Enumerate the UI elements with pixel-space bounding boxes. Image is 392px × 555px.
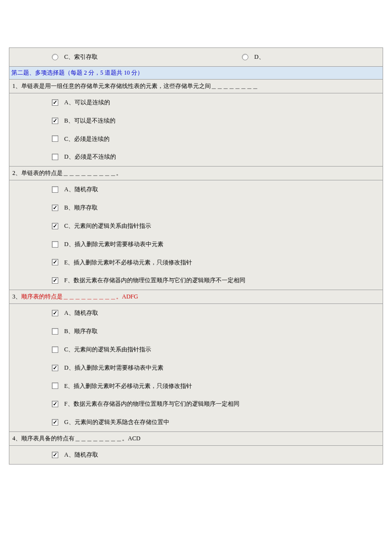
options-block: A、随机存取B、顺序存取C、元素间的逻辑关系由指针指示D、插入删除元素时需要移动… xyxy=(9,304,383,432)
checkbox[interactable] xyxy=(52,365,58,371)
option-row: F、数据元素在存储器内的物理位置顺序与它们的逻辑顺序不一定相同 xyxy=(9,271,383,290)
checkbox[interactable] xyxy=(52,205,58,211)
option-label: D、必须是不连续的 xyxy=(64,153,116,161)
checkbox[interactable] xyxy=(52,401,58,407)
checkbox[interactable] xyxy=(52,310,58,316)
option-label: B、顺序存取 xyxy=(64,327,98,336)
option-row: C、元素间的逻辑关系由指针指示 xyxy=(9,217,383,235)
option-row: A、随机存取 xyxy=(9,446,383,464)
option-label: G、元素间的逻辑关系隐含在存储位置中 xyxy=(64,418,169,427)
option-label: B、顺序存取 xyxy=(64,204,98,212)
section-2-header: 第二题、多项选择题（每题 2 分，5 道题共 10 分） xyxy=(9,66,383,80)
checkbox[interactable] xyxy=(52,135,58,142)
checkbox[interactable] xyxy=(52,241,58,248)
option-label: D、插入删除元素时需要移动表中元素 xyxy=(64,364,163,372)
radio-c-label: C、索引存取 xyxy=(64,53,98,61)
option-label: A、随机存取 xyxy=(64,185,98,194)
option-label: E、插入删除元素时不必移动元素，只须修改指针 xyxy=(64,258,192,267)
checkbox[interactable] xyxy=(52,419,58,426)
option-label: A、随机存取 xyxy=(64,309,98,317)
option-row: B、顺序存取 xyxy=(9,322,383,341)
option-row: B、顺序存取 xyxy=(9,199,383,217)
options-block: A、随机存取 xyxy=(9,446,383,464)
questions-list: 1、单链表是用一组任意的存储单元来存储线性表的元素，这些存储单元之间＿＿＿＿＿＿… xyxy=(9,80,383,464)
option-row: G、元素间的逻辑关系隐含在存储位置中 xyxy=(9,413,383,431)
question-highlight: 顺序表的特点是＿＿＿＿＿＿＿＿＿。ADFG xyxy=(21,293,138,300)
checkbox[interactable] xyxy=(52,452,58,458)
checkbox[interactable] xyxy=(52,223,58,229)
checkbox[interactable] xyxy=(52,277,58,284)
prev-question-options: C、索引存取 D、 xyxy=(9,48,383,66)
checkbox[interactable] xyxy=(52,99,58,106)
radio-option-d: D、 xyxy=(199,53,265,61)
option-label: C、必须是连续的 xyxy=(64,135,110,143)
quiz-form: C、索引存取 D、 第二题、多项选择题（每题 2 分，5 道题共 10 分） 1… xyxy=(9,47,383,465)
checkbox[interactable] xyxy=(52,328,58,335)
option-label: D、插入删除元素时需要移动表中元素 xyxy=(64,240,163,249)
option-row: D、插入删除元素时需要移动表中元素 xyxy=(9,359,383,377)
question-prompt: 1、单链表是用一组任意的存储单元来存储线性表的元素，这些存储单元之间＿＿＿＿＿＿… xyxy=(9,80,383,93)
checkbox[interactable] xyxy=(52,154,58,160)
question-prompt: 4、顺序表具备的特点有＿＿＿＿＿＿＿＿。ACD xyxy=(9,432,383,446)
options-block: A、可以是连续的B、可以是不连续的C、必须是连续的D、必须是不连续的 xyxy=(9,93,383,167)
option-row: E、插入删除元素时不必移动元素，只须修改指针 xyxy=(9,254,383,272)
options-block: A、随机存取B、顺序存取C、元素间的逻辑关系由指针指示D、插入删除元素时需要移动… xyxy=(9,180,383,290)
checkbox[interactable] xyxy=(52,346,58,353)
option-label: A、可以是连续的 xyxy=(64,98,110,107)
option-label: C、元素间的逻辑关系由指针指示 xyxy=(64,222,151,230)
option-label: B、可以是不连续的 xyxy=(64,117,116,125)
option-label: F、数据元素在存储器内的物理位置顺序与它们的逻辑顺序不一定相同 xyxy=(64,276,245,285)
option-row: A、随机存取 xyxy=(9,180,383,199)
option-row: A、可以是连续的 xyxy=(9,93,383,112)
option-row: D、插入删除元素时需要移动表中元素 xyxy=(9,235,383,254)
checkbox[interactable] xyxy=(52,259,58,265)
option-label: F、数据元素在存储器内的物理位置顺序与它们的逻辑顺序一定相同 xyxy=(64,400,239,408)
question-text: 2、单链表的特点是＿＿＿＿＿＿＿＿＿。 xyxy=(12,170,122,176)
option-row: D、必须是不连续的 xyxy=(9,148,383,166)
option-row: E、插入删除元素时不必移动元素，只须修改指针 xyxy=(9,377,383,395)
option-row: C、必须是连续的 xyxy=(9,130,383,148)
option-row: F、数据元素在存储器内的物理位置顺序与它们的逻辑顺序一定相同 xyxy=(9,395,383,413)
checkbox[interactable] xyxy=(52,383,58,389)
radio-d-label: D、 xyxy=(254,53,265,61)
question-text: 1、单链表是用一组任意的存储单元来存储线性表的元素，这些存储单元之间＿＿＿＿＿＿… xyxy=(12,83,258,89)
question-prompt: 3、顺序表的特点是＿＿＿＿＿＿＿＿＿。ADFG xyxy=(9,290,383,304)
checkbox[interactable] xyxy=(52,118,58,124)
option-label: C、元素间的逻辑关系由指针指示 xyxy=(64,345,151,354)
question-prompt: 2、单链表的特点是＿＿＿＿＿＿＿＿＿。 xyxy=(9,167,383,180)
checkbox[interactable] xyxy=(52,186,58,193)
radio-d[interactable] xyxy=(242,54,248,60)
option-label: E、插入删除元素时不必移动元素，只须修改指针 xyxy=(64,382,192,390)
option-row: A、随机存取 xyxy=(9,304,383,322)
question-text: 3、 xyxy=(12,293,21,300)
radio-option-c: C、索引存取 xyxy=(9,53,199,61)
question-text: 4、顺序表具备的特点有＿＿＿＿＿＿＿＿。ACD xyxy=(12,435,140,442)
option-row: B、可以是不连续的 xyxy=(9,112,383,130)
option-row: C、元素间的逻辑关系由指针指示 xyxy=(9,341,383,359)
option-label: A、随机存取 xyxy=(64,451,98,459)
radio-c[interactable] xyxy=(52,54,58,60)
